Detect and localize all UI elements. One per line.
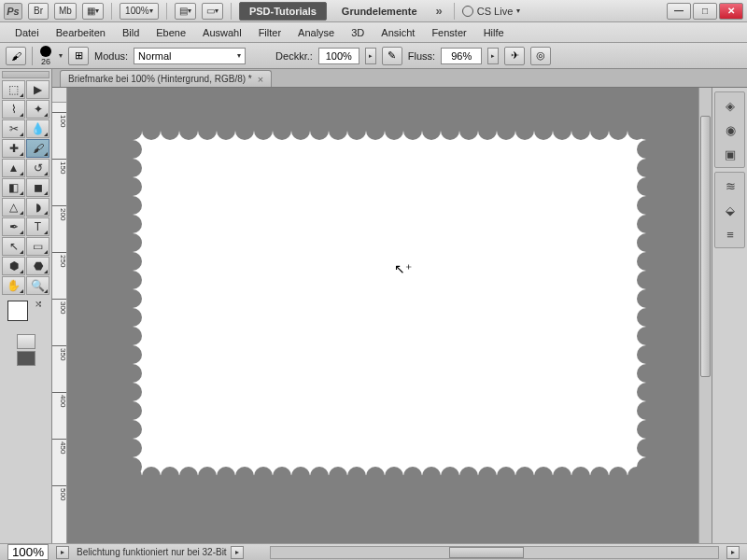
lasso-tool[interactable]: ⌇ <box>2 100 25 119</box>
window-minimize-button[interactable]: — <box>667 3 691 20</box>
menu-view[interactable]: Ansicht <box>374 24 422 41</box>
view-extras-button[interactable]: ▦▾ <box>82 3 104 20</box>
foreground-color-swatch[interactable] <box>7 301 28 321</box>
window-close-button[interactable]: ✕ <box>719 3 743 20</box>
paths-panel-icon[interactable]: ▣ <box>717 143 743 165</box>
cslive-button[interactable]: CS Live▾ <box>462 6 521 17</box>
flow-flyout[interactable]: ▸ <box>487 48 499 64</box>
cursor-icon: ↖⁺ <box>394 261 412 276</box>
3d-tool[interactable]: ⬢ <box>2 257 25 275</box>
menu-file[interactable]: Datei <box>7 24 47 41</box>
brush-tool[interactable]: 🖌 <box>26 139 49 158</box>
titlebar: Ps Br Mb ▦▾ 100% ▾ ▤▾ ▭▾ PSD-Tutorials G… <box>0 0 747 22</box>
swap-colors-icon[interactable]: ⤭ <box>35 299 42 309</box>
document-tab-title: Briefmarke bei 100% (Hintergrund, RGB/8)… <box>68 74 252 84</box>
gradient-tool[interactable]: ◼ <box>26 178 49 197</box>
status-message: Belichtung funktioniert nur bei 32-Bit ▸ <box>77 546 244 559</box>
flow-input[interactable] <box>441 48 482 64</box>
pen-tool[interactable]: ✒ <box>2 217 25 236</box>
right-panel-dock: ◈ ◉ ▣ ≋ ⬙ ≡ <box>712 88 747 543</box>
crop-tool[interactable]: ✂ <box>2 119 25 138</box>
dodge-tool[interactable]: ◗ <box>26 198 49 217</box>
blur-tool[interactable]: △ <box>2 198 25 217</box>
brush-tool-icon[interactable]: 🖌 <box>6 47 26 65</box>
layers-panel-icon[interactable]: ◈ <box>717 94 743 117</box>
status-arrow-icon[interactable]: ▸ <box>56 546 69 559</box>
airbrush-icon[interactable]: ✈ <box>504 47 525 65</box>
horizontal-scrollbar[interactable] <box>270 546 719 559</box>
screen-mode-button[interactable]: ▭▾ <box>202 3 223 20</box>
menu-help[interactable]: Hilfe <box>476 24 512 41</box>
channels-panel-icon[interactable]: ◉ <box>717 119 743 141</box>
tablet-pressure-icon[interactable]: ◎ <box>530 47 551 65</box>
close-icon[interactable]: × <box>258 74 263 85</box>
scrollbar-thumb[interactable] <box>700 116 711 377</box>
tools-panel: ⬚ ▶ ⌇ ✦ ✂ 💧 ✚ 🖌 ▲ ↺ ◧ ◼ △ ◗ ✒ T ↖ ▭ ⬢ ⬣ … <box>0 69 52 543</box>
opacity-input[interactable] <box>318 48 359 64</box>
menu-analysis[interactable]: Analyse <box>290 24 342 41</box>
mode-label: Modus: <box>94 50 128 62</box>
type-tool[interactable]: T <box>26 217 49 236</box>
main-editor-area: Briefmarke bei 100% (Hintergrund, RGB/8)… <box>52 69 747 543</box>
arrange-documents-button[interactable]: ▤▾ <box>175 3 196 20</box>
window-maximize-button[interactable]: □ <box>693 3 717 20</box>
document-tabs: Briefmarke bei 100% (Hintergrund, RGB/8)… <box>52 69 747 88</box>
menubar: Datei Bearbeiten Bild Ebene Auswahl Filt… <box>0 22 747 43</box>
cslive-icon <box>462 6 473 17</box>
blend-mode-select[interactable]: Normal▾ <box>134 48 246 64</box>
selection-tool[interactable]: ▶ <box>26 80 49 99</box>
brush-preset-arrow[interactable]: ▾ <box>59 51 63 60</box>
magic-wand-tool[interactable]: ✦ <box>26 100 49 119</box>
canvas-area[interactable]: ↖⁺ <box>67 103 698 543</box>
menu-layer[interactable]: Ebene <box>148 24 193 41</box>
ruler-vertical[interactable]: 100150200250300350400450500 <box>52 103 67 543</box>
menu-window[interactable]: Fenster <box>424 24 473 41</box>
opacity-pressure-icon[interactable]: ✎ <box>382 47 402 65</box>
quickmask-button[interactable] <box>17 334 35 349</box>
vertical-scrollbar[interactable] <box>698 88 712 543</box>
more-workspaces-icon[interactable]: » <box>432 4 446 18</box>
zoom-level[interactable]: 100% ▾ <box>120 3 159 20</box>
zoom-tool[interactable]: 🔍 <box>26 276 49 295</box>
options-bar: 🖌 26 ▾ ⊞ Modus: Normal▾ Deckkr.: ▸ ✎ Flu… <box>0 43 747 69</box>
shape-tool[interactable]: ▭ <box>26 237 49 256</box>
masks-panel-icon[interactable]: ⬙ <box>717 199 743 221</box>
screenmode-cycle-button[interactable] <box>17 351 35 366</box>
path-selection-tool[interactable]: ↖ <box>2 237 25 256</box>
app-logo: Ps <box>4 3 22 20</box>
color-swatches[interactable]: ⤭ <box>2 299 49 332</box>
3d-camera-tool[interactable]: ⬣ <box>26 257 49 275</box>
h-scrollbar-thumb[interactable] <box>449 547 524 558</box>
eraser-tool[interactable]: ◧ <box>2 178 25 197</box>
status-zoom-input[interactable] <box>7 544 49 560</box>
eyedropper-tool[interactable]: 💧 <box>26 119 49 138</box>
statusbar: ▸ Belichtung funktioniert nur bei 32-Bit… <box>0 543 747 560</box>
menu-edit[interactable]: Bearbeiten <box>49 24 113 41</box>
adjustments-panel-icon[interactable]: ≋ <box>717 175 743 197</box>
workspace-tab-active[interactable]: PSD-Tutorials <box>239 2 327 21</box>
tools-panel-handle[interactable] <box>2 71 49 78</box>
minibridge-button[interactable]: Mb <box>54 3 77 20</box>
status-flyout-icon[interactable]: ▸ <box>231 546 244 559</box>
opacity-label: Deckkr.: <box>275 50 313 62</box>
styles-panel-icon[interactable]: ≡ <box>717 223 743 245</box>
ruler-origin[interactable] <box>52 88 67 103</box>
scrollbar-right-arrow[interactable]: ▸ <box>726 546 740 559</box>
move-tool[interactable]: ⬚ <box>2 80 25 99</box>
menu-image[interactable]: Bild <box>115 24 147 41</box>
clone-stamp-tool[interactable]: ▲ <box>2 159 25 177</box>
history-brush-tool[interactable]: ↺ <box>26 159 49 177</box>
brush-panel-toggle[interactable]: ⊞ <box>68 47 89 65</box>
hand-tool[interactable]: ✋ <box>2 276 25 295</box>
opacity-flyout[interactable]: ▸ <box>365 48 376 64</box>
menu-filter[interactable]: Filter <box>251 24 289 41</box>
brush-preset-picker[interactable]: 26 <box>38 46 53 66</box>
workspace: ⬚ ▶ ⌇ ✦ ✂ 💧 ✚ 🖌 ▲ ↺ ◧ ◼ △ ◗ ✒ T ↖ ▭ ⬢ ⬣ … <box>0 69 747 543</box>
healing-brush-tool[interactable]: ✚ <box>2 139 25 158</box>
workspace-tab-secondary[interactable]: Grundelemente <box>332 2 427 21</box>
bridge-button[interactable]: Br <box>28 3 49 20</box>
document-tab[interactable]: Briefmarke bei 100% (Hintergrund, RGB/8)… <box>60 70 272 87</box>
document-canvas[interactable] <box>133 131 646 476</box>
menu-select[interactable]: Auswahl <box>195 24 249 41</box>
menu-3d[interactable]: 3D <box>344 24 372 41</box>
